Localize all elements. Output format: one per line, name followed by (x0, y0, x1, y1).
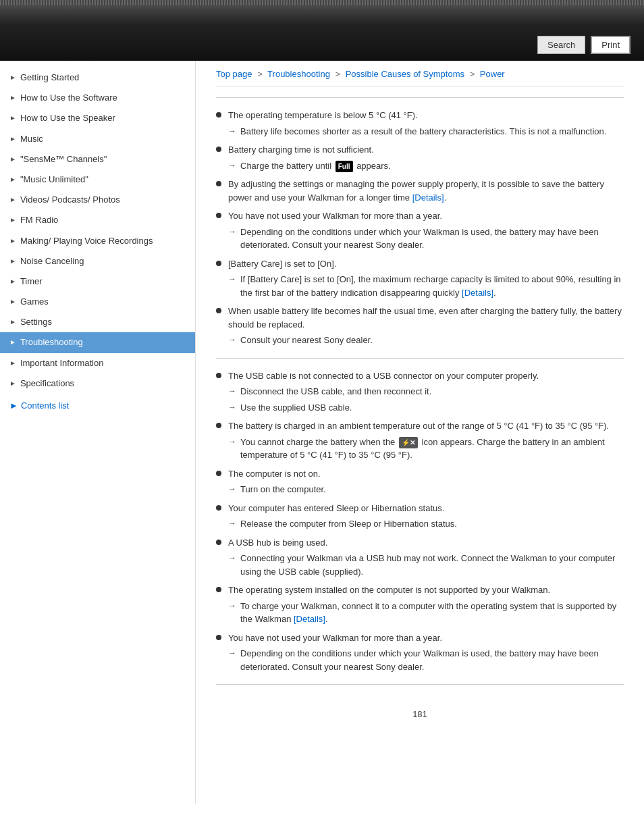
arrow-icon: ► (9, 257, 16, 266)
contents-list-link[interactable]: ► Contents list (0, 394, 195, 417)
bullet-icon (216, 423, 221, 428)
sidebar-item-label: Getting Started (20, 72, 188, 84)
divider-top (216, 97, 624, 98)
sub-text: Charge the battery until Full appears. (240, 159, 391, 173)
sidebar-item-specifications[interactable]: ► Specifications (0, 373, 195, 394)
breadcrumb-top[interactable]: Top page (216, 69, 252, 79)
arrow-icon: ► (9, 215, 16, 225)
arrow-icon: ► (9, 297, 16, 307)
list-item: You have not used your Walkman for more … (216, 209, 624, 252)
bullet-content: The operating temperature is below 5 °C … (228, 109, 624, 138)
bullet-content: You have not used your Walkman for more … (228, 631, 624, 674)
bullet-icon (216, 587, 221, 592)
item-text: By adjusting the settings or managing th… (228, 179, 604, 203)
sidebar-item-fm-radio[interactable]: ► FM Radio (0, 210, 195, 230)
bullet-content: Your computer has entered Sleep or Hiber… (228, 502, 624, 531)
item-text: The computer is not on. (228, 469, 321, 479)
sub-arrow-icon: → (228, 159, 236, 172)
breadcrumb-possible-causes[interactable]: Possible Causes of Symptoms (346, 69, 464, 79)
list-item: You have not used your Walkman for more … (216, 631, 624, 674)
print-button[interactable]: Print (591, 36, 630, 54)
item-text: The USB cable is not connected to a USB … (228, 371, 539, 381)
bullet-icon (216, 635, 221, 640)
sidebar-item-how-to-use-speaker[interactable]: ► How to Use the Speaker (0, 108, 195, 128)
sub-text: Disconnect the USB cable, and then recon… (240, 385, 431, 398)
list-item: The operating temperature is below 5 °C … (216, 109, 624, 138)
sub-text: You cannot charge the battery when the ⚡… (240, 436, 624, 462)
sub-text: If [Battery Care] is set to [On], the ma… (240, 273, 624, 299)
header-stripe (0, 0, 644, 5)
sidebar-item-voice-recordings[interactable]: ► Making/ Playing Voice Recordings (0, 231, 195, 251)
sub-arrow-icon: → (228, 385, 236, 397)
main-content: Top page > Troubleshooting > Possible Ca… (196, 61, 644, 804)
section-battery-drain: The operating temperature is below 5 °C … (216, 109, 624, 347)
arrow-icon: ► (9, 93, 16, 103)
sidebar-item-videos[interactable]: ► Videos/ Podcasts/ Photos (0, 190, 195, 210)
item-text: You have not used your Walkman for more … (228, 633, 442, 643)
page-number: 181 (216, 696, 624, 726)
sub-item: → If [Battery Care] is set to [On], the … (228, 273, 624, 299)
bullet-icon (216, 373, 221, 378)
sidebar-item-noise-canceling[interactable]: ► Noise Canceling (0, 251, 195, 271)
bullet-content: Battery charging time is not sufficient.… (228, 143, 624, 172)
sidebar-item-games[interactable]: ► Games (0, 292, 195, 312)
item-text: The operating system installed on the co… (228, 585, 550, 595)
divider-middle (216, 358, 624, 359)
sub-text: Release the computer from Sleep or Hiber… (240, 517, 457, 531)
sidebar-item-label: Specifications (20, 377, 188, 390)
sidebar-item-sensme[interactable]: ► "SensMe™ Channels" (0, 149, 195, 170)
arrow-icon: ► (9, 175, 16, 184)
breadcrumb-troubleshooting[interactable]: Troubleshooting (267, 69, 330, 79)
sidebar-item-label: How to Use the Speaker (20, 112, 188, 124)
sidebar-item-label: Noise Canceling (20, 255, 188, 267)
list-item: The USB cable is not connected to a USB … (216, 369, 624, 415)
sub-arrow-icon: → (228, 647, 236, 659)
arrow-icon: ► (9, 155, 16, 164)
contents-list-label: Contents list (21, 400, 70, 411)
bullet-content: The battery is charged in an ambient tem… (228, 419, 624, 462)
item-text: A USB hub is being used. (228, 538, 327, 548)
sub-item: → Release the computer from Sleep or Hib… (228, 517, 624, 531)
section-usb-charging: The USB cable is not connected to a USB … (216, 369, 624, 674)
bullet-icon (216, 181, 221, 186)
bullet-content: The operating system installed on the co… (228, 583, 624, 626)
arrow-icon: ► (9, 277, 16, 286)
sub-item: → You cannot charge the battery when the… (228, 436, 624, 462)
details-link-3[interactable]: [Details] (294, 614, 325, 624)
sidebar-item-getting-started[interactable]: ► Getting Started (0, 68, 195, 88)
item-text: When usable battery life becomes half th… (228, 306, 622, 330)
details-link-2[interactable]: [Details] (462, 288, 493, 298)
section2-list: The USB cable is not connected to a USB … (216, 369, 624, 674)
sidebar-item-label: Making/ Playing Voice Recordings (20, 235, 188, 247)
list-item: Battery charging time is not sufficient.… (216, 143, 624, 172)
bullet-content: You have not used your Walkman for more … (228, 209, 624, 252)
sidebar-item-how-to-use-software[interactable]: ► How to Use the Software (0, 88, 195, 108)
list-item: The computer is not on. → Turn on the co… (216, 467, 624, 496)
sidebar-item-label: "SensMe™ Channels" (20, 153, 188, 165)
sub-text: Use the supplied USB cable. (240, 401, 352, 415)
sidebar-item-music[interactable]: ► Music (0, 129, 195, 149)
item-text: The battery is charged in an ambient tem… (228, 421, 609, 431)
sub-item: → Disconnect the USB cable, and then rec… (228, 385, 624, 398)
breadcrumb-power[interactable]: Power (480, 69, 505, 79)
sub-arrow-icon: → (228, 125, 236, 137)
sidebar-item-label: How to Use the Software (20, 92, 188, 104)
item-text: [Battery Care] is set to [On]. (228, 259, 336, 269)
arrow-icon: ► (9, 359, 16, 368)
details-link[interactable]: [Details] (412, 192, 444, 203)
sidebar-item-label: Important Information (20, 357, 188, 369)
bullet-icon (216, 471, 221, 476)
arrow-icon: ► (9, 379, 16, 388)
sidebar-item-timer[interactable]: ► Timer (0, 271, 195, 292)
sidebar-item-label: FM Radio (20, 214, 188, 226)
breadcrumb-sep-2: > (335, 69, 340, 79)
search-button[interactable]: Search (537, 36, 585, 54)
sidebar-item-settings[interactable]: ► Settings (0, 312, 195, 332)
sidebar-item-troubleshooting[interactable]: ► Troubleshooting (0, 332, 195, 353)
sub-text: Connecting your Walkman via a USB hub ma… (240, 552, 624, 578)
bullet-content: The USB cable is not connected to a USB … (228, 369, 624, 415)
sidebar-item-music-unlimited[interactable]: ► "Music Unlimited" (0, 170, 195, 190)
bullet-icon (216, 261, 221, 266)
sidebar-item-important-information[interactable]: ► Important Information (0, 353, 195, 373)
arrow-icon: ► (9, 338, 16, 347)
